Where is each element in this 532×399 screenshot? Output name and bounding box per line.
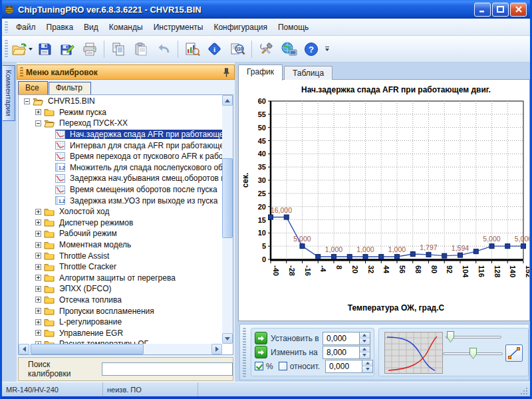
close-button[interactable]: [510, 3, 527, 17]
relative-down-button[interactable]: [362, 366, 372, 372]
tree-item[interactable]: Алгоритм защиты от перегрева: [19, 273, 222, 284]
tree-item[interactable]: ЭПХХ (DFCO): [19, 283, 222, 295]
internet-button[interactable]: [278, 39, 299, 60]
chart-point[interactable]: [347, 255, 352, 259]
toolbar-grip[interactable]: [5, 40, 8, 58]
maximize-button[interactable]: [492, 3, 509, 17]
slider-horizontal-1[interactable]: [446, 331, 501, 343]
curve-preview-thumbnail[interactable]: [384, 332, 443, 376]
chart-point[interactable]: [489, 244, 494, 249]
change-by-down-button[interactable]: [360, 352, 370, 358]
set-to-down-button[interactable]: [360, 338, 370, 344]
minimize-button[interactable]: [474, 3, 491, 17]
panel-header-grip[interactable]: [20, 67, 23, 77]
vertical-scroll-thumb[interactable]: [222, 158, 233, 238]
tree-item[interactable]: Управление EGR: [19, 327, 222, 338]
change-by-value[interactable]: 8,000: [323, 346, 359, 358]
tab-filter[interactable]: Фильтр: [49, 82, 91, 94]
chart-point[interactable]: [410, 252, 415, 257]
tree-item[interactable]: Диспетчер режимов: [19, 217, 222, 229]
zoom-110-button[interactable]: 110: [227, 39, 248, 60]
tree-item[interactable]: Холостой ход: [19, 206, 222, 217]
tab-table[interactable]: Таблица: [284, 66, 332, 80]
slider-horizontal-2[interactable]: [443, 348, 503, 360]
menu-item[interactable]: Файл: [11, 21, 41, 34]
change-by-spinner[interactable]: 8,000: [323, 346, 370, 359]
expand-toggle[interactable]: [35, 219, 41, 225]
expand-toggle[interactable]: [35, 319, 41, 325]
slider-2-thumb[interactable]: [469, 348, 477, 359]
tree-item[interactable]: Нач.задержка спада AFR при работающем: [19, 129, 222, 140]
tree-item[interactable]: Пропуски воспламенения: [19, 305, 222, 317]
expand-toggle[interactable]: [35, 253, 41, 259]
menu-item[interactable]: Правка: [41, 21, 79, 34]
set-to-up-button[interactable]: [360, 332, 370, 339]
info-button[interactable]: i: [204, 39, 225, 60]
tree-item[interactable]: CHVR15.BIN: [19, 96, 222, 107]
toolbar-overflow-button[interactable]: [324, 42, 331, 57]
apply-set-button[interactable]: [255, 332, 267, 344]
controls-grip[interactable]: [243, 328, 246, 377]
expand-toggle[interactable]: [35, 264, 41, 270]
collapse-toggle[interactable]: [24, 98, 30, 104]
help-button[interactable]: ?: [301, 39, 322, 60]
expand-toggle[interactable]: [35, 297, 41, 303]
expand-toggle[interactable]: [35, 330, 41, 336]
pin-icon[interactable]: [223, 68, 230, 77]
relative-up-button[interactable]: [362, 360, 372, 367]
tree-item[interactable]: Моментная модель: [19, 239, 222, 251]
tree-item[interactable]: Интервал для спада AFR при работающем: [19, 140, 222, 151]
collapse-toggle[interactable]: [35, 120, 41, 126]
scroll-left-button[interactable]: [19, 344, 29, 354]
chart-point[interactable]: [426, 252, 431, 257]
relative-value[interactable]: 0,000: [326, 360, 362, 372]
tree-item[interactable]: L-регулирование: [19, 317, 222, 328]
scroll-down-button[interactable]: [222, 333, 233, 344]
set-to-spinner[interactable]: 0,000: [323, 332, 370, 345]
menu-item[interactable]: Помощь: [273, 21, 314, 34]
relative-checkbox[interactable]: [279, 362, 287, 370]
chart-point[interactable]: [316, 255, 321, 259]
percent-checkbox[interactable]: [255, 362, 263, 370]
save-as-button[interactable]: [57, 39, 78, 60]
slider-1-thumb[interactable]: [447, 331, 454, 342]
scroll-right-button[interactable]: [211, 344, 222, 354]
horizontal-scroll-thumb[interactable]: [31, 344, 144, 354]
menu-item[interactable]: Инструменты: [148, 21, 209, 34]
resize-grip[interactable]: [519, 386, 529, 396]
expand-toggle[interactable]: [35, 209, 41, 215]
set-to-value[interactable]: 0,000: [323, 332, 359, 344]
tab-all[interactable]: Все: [18, 81, 48, 94]
tree-item[interactable]: 1.2Множитель для спада послепускового об: [19, 162, 222, 174]
menu-item[interactable]: Конфигурация: [208, 21, 273, 34]
chart-point[interactable]: [395, 255, 400, 259]
tree-item[interactable]: Режим пуска: [19, 107, 222, 118]
horizontal-scrollbar[interactable]: [19, 344, 222, 354]
chart-point[interactable]: [458, 253, 463, 257]
menu-item[interactable]: Команды: [104, 21, 148, 34]
tree-item[interactable]: Время перехода от пускового AFR к рабоч: [19, 151, 222, 162]
tab-chart[interactable]: График: [238, 65, 283, 80]
chart-point[interactable]: [473, 249, 478, 254]
chart-point[interactable]: [332, 255, 336, 259]
expand-toggle[interactable]: [35, 109, 41, 115]
chart-point[interactable]: [505, 244, 510, 249]
chart-point[interactable]: [269, 215, 273, 219]
tree-item[interactable]: Рабочий режим: [19, 228, 222, 239]
open-button[interactable]: [11, 39, 33, 60]
print-button[interactable]: [79, 39, 100, 60]
tools-button[interactable]: [255, 39, 277, 60]
tree-item[interactable]: 1.2Задержка изм.УОЗ при выходе из пуска: [19, 195, 222, 206]
expand-toggle[interactable]: [35, 308, 41, 314]
scroll-up-button[interactable]: [222, 95, 233, 106]
undo-button[interactable]: [153, 39, 174, 60]
chart-point[interactable]: [300, 244, 305, 249]
tree-item[interactable]: Throttle Assist: [19, 250, 222, 261]
tree-item[interactable]: Throttle Cracker: [19, 261, 222, 273]
chart-point[interactable]: [442, 253, 447, 258]
expand-toggle[interactable]: [35, 286, 41, 292]
expand-toggle[interactable]: [35, 231, 41, 237]
change-by-up-button[interactable]: [360, 346, 370, 353]
statistics-button[interactable]: [182, 39, 203, 60]
tree-item[interactable]: Расчет температуры ОГ: [19, 338, 222, 344]
